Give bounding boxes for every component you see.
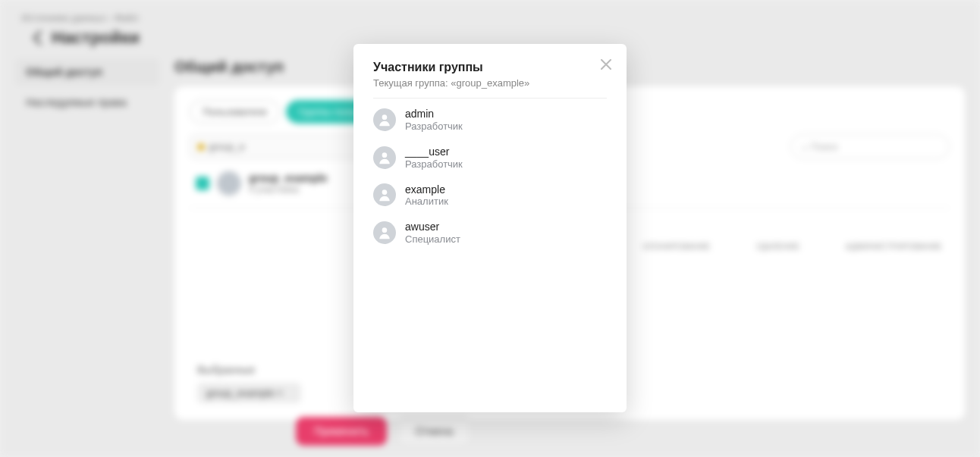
member-row: ____userРазработчик (373, 136, 607, 174)
avatar-icon (373, 221, 396, 244)
member-role: Специалист (405, 233, 460, 245)
member-name: admin (405, 108, 463, 121)
svg-point-3 (382, 228, 388, 233)
close-icon[interactable] (599, 58, 613, 71)
modal-subtitle: Текущая группа: «group_example» (373, 77, 607, 99)
member-role: Аналитик (405, 196, 448, 207)
members-modal: Участники группы Текущая группа: «group_… (353, 44, 627, 412)
member-row: awuserСпециалист (373, 211, 607, 249)
member-role: Разработчик (405, 121, 463, 132)
member-name: example (405, 183, 448, 196)
member-role: Разработчик (405, 158, 463, 170)
member-row: exampleАналитик (373, 174, 607, 212)
avatar-icon (373, 146, 396, 169)
avatar-icon (373, 183, 396, 206)
svg-point-2 (382, 190, 388, 196)
svg-point-0 (382, 114, 388, 120)
member-name: awuser (405, 221, 460, 233)
member-name: ____user (405, 146, 463, 158)
member-row: adminРазработчик (373, 99, 607, 136)
modal-title: Участники группы (373, 61, 607, 74)
avatar-icon (373, 108, 396, 131)
svg-point-1 (382, 152, 388, 158)
